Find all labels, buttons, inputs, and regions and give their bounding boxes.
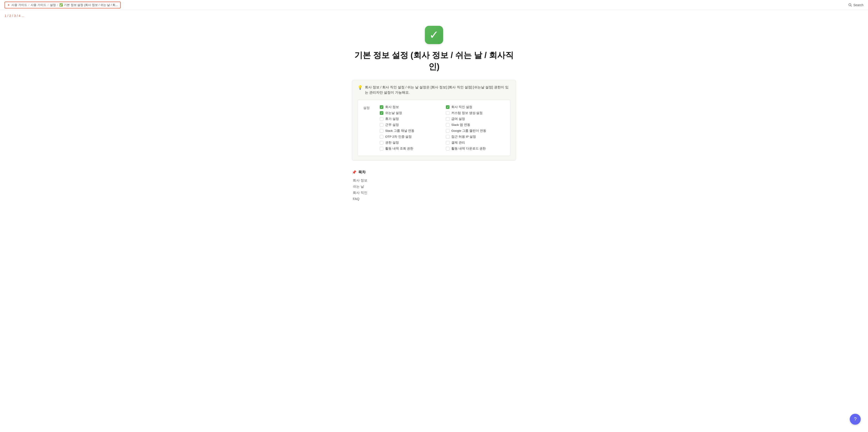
toc-link-0[interactable]: 회사 정보 <box>353 178 367 182</box>
checkbox-left-7: 활동 내역 조회 권한 <box>380 147 440 151</box>
checkbox-label-left-2: 휴가 설정 <box>385 117 399 121</box>
checkbox-left-0: 회사 정보 <box>380 105 440 109</box>
checkbox-box-right-3[interactable] <box>446 123 450 127</box>
checkbox-right-3: Slack 앱 연동 <box>446 123 506 127</box>
info-box-header: 💡 회사 정보 / 회사 직인 설정 / 쉬는 날 설정은 [회사 정보] [회… <box>358 85 510 95</box>
checkbox-label-right-6: 결제 관리 <box>451 141 465 145</box>
toc-section: 📌 목차 회사 정보쉬는 날회사 직인FAQ <box>352 170 516 201</box>
checkbox-box-right-1[interactable] <box>446 111 450 115</box>
breadcrumb-item-2[interactable]: 사용 가이드 <box>31 3 46 7</box>
settings-label: 설정 <box>362 104 380 112</box>
nav-icon: ✦ <box>7 3 10 7</box>
checkbox-label-right-7: 활동 내역 다운로드 권한 <box>451 147 486 151</box>
toc-link-2[interactable]: 회사 직인 <box>353 191 367 195</box>
top-navigation: ✦ 사용 가이드 / 사용 가이드 / 설정 / ✅ 기본 정보 설정 (회사 … <box>0 0 868 10</box>
checkbox-label-left-4: Slack 그룹 채널 연동 <box>385 129 414 133</box>
page-3[interactable]: 3 <box>14 14 16 18</box>
search-area[interactable]: Search <box>848 3 863 7</box>
current-check-icon: ✅ <box>59 3 63 7</box>
pagination: 1 / 2 / 3 / 4 ... <box>5 14 863 18</box>
checkbox-right-2: 급여 설정 <box>446 117 506 121</box>
breadcrumb-sep-3: / <box>57 3 58 7</box>
search-icon <box>848 3 852 7</box>
checkbox-label-left-1: 쉬는날 설정 <box>385 111 402 115</box>
breadcrumb-sep-1: / <box>29 3 29 7</box>
info-box: 💡 회사 정보 / 회사 직인 설정 / 쉬는 날 설정은 [회사 정보] [회… <box>352 80 516 161</box>
checkbox-box-left-5[interactable] <box>380 135 383 139</box>
page-2[interactable]: 2 <box>9 14 11 18</box>
info-box-icon: 💡 <box>358 85 363 90</box>
page-icon: ✓ <box>425 26 443 44</box>
check-mark-icon: ✓ <box>429 29 439 41</box>
toc-header-label: 목차 <box>358 170 366 175</box>
page-1[interactable]: 1 <box>5 14 6 18</box>
info-box-text: 회사 정보 / 회사 직인 설정 / 쉬는 날 설정은 [회사 정보] [회사 … <box>365 85 510 95</box>
toc-item-3[interactable]: FAQ <box>353 197 516 201</box>
checkbox-left-2: 휴가 설정 <box>380 117 440 121</box>
checkbox-box-left-3[interactable] <box>380 123 383 127</box>
toc-link-3[interactable]: FAQ <box>353 197 360 201</box>
search-label: Search <box>854 3 863 7</box>
page-sep-2: / <box>12 14 13 18</box>
checkbox-label-left-7: 활동 내역 조회 권한 <box>385 147 413 151</box>
checkbox-label-right-4: Google 그룹 캘린더 연동 <box>451 129 486 133</box>
checkbox-right-0: 회사 직인 설정 <box>446 105 506 109</box>
breadcrumb-item-1[interactable]: 사용 가이드 <box>11 3 27 7</box>
checkbox-left-3: 근무 설정 <box>380 123 440 127</box>
breadcrumb-sep-2: / <box>48 3 49 7</box>
settings-table-row: 설정 회사 정보회사 직인 설정쉬는날 설정커스텀 정보 생성·설정휴가 설정급… <box>362 104 506 152</box>
page-sep-1: / <box>7 14 8 18</box>
checkbox-label-left-0: 회사 정보 <box>385 105 399 109</box>
checkbox-box-right-4[interactable] <box>446 129 450 133</box>
pagination-bar: 1 / 2 / 3 / 4 ... <box>0 10 868 21</box>
toc-link-1[interactable]: 쉬는 날 <box>353 185 364 189</box>
checkbox-right-6: 결제 관리 <box>446 141 506 145</box>
breadcrumb-item-3[interactable]: 설정 <box>50 3 56 7</box>
checkbox-label-right-2: 급여 설정 <box>451 117 465 121</box>
checkbox-label-right-1: 커스텀 정보 생성·설정 <box>451 111 483 115</box>
settings-checkboxes: 회사 정보회사 직인 설정쉬는날 설정커스텀 정보 생성·설정휴가 설정급여 설… <box>380 104 506 152</box>
page-4[interactable]: 4 <box>19 14 21 18</box>
toc-item-2[interactable]: 회사 직인 <box>353 191 516 195</box>
checkbox-box-right-2[interactable] <box>446 117 450 121</box>
toc-pin-icon: 📌 <box>352 170 356 174</box>
checkbox-right-5: 접근 허용 IP 설정 <box>446 135 506 139</box>
checkbox-box-left-1[interactable] <box>380 111 383 115</box>
breadcrumb: 사용 가이드 / 사용 가이드 / 설정 / ✅ 기본 정보 설정 (회사 정보… <box>11 3 118 7</box>
page-ellipsis: ... <box>22 14 24 18</box>
checkbox-left-4: Slack 그룹 채널 연동 <box>380 129 440 133</box>
checkbox-label-right-0: 회사 직인 설정 <box>451 105 472 109</box>
checkbox-right-1: 커스텀 정보 생성·설정 <box>446 111 506 115</box>
checkbox-right-4: Google 그룹 캘린더 연동 <box>446 129 506 133</box>
toc-item-1[interactable]: 쉬는 날 <box>353 184 516 189</box>
checkbox-box-right-6[interactable] <box>446 141 450 145</box>
toc-item-0[interactable]: 회사 정보 <box>353 178 516 183</box>
checkbox-box-right-0[interactable] <box>446 105 450 109</box>
checkbox-label-right-5: 접근 허용 IP 설정 <box>451 135 476 139</box>
breadcrumb-current: ✅ 기본 정보 설정 (회사 정보 / 쉬는 날 / 회... <box>59 3 118 7</box>
checkbox-label-left-5: OTP 2차 인증 설정 <box>385 135 412 139</box>
checkbox-left-5: OTP 2차 인증 설정 <box>380 135 440 139</box>
checkbox-box-left-2[interactable] <box>380 117 383 121</box>
checkbox-left-1: 쉬는날 설정 <box>380 111 440 115</box>
main-content: ✓ 기본 정보 설정 (회사 정보 / 쉬는 날 / 회사직인) 💡 회사 정보… <box>343 21 525 221</box>
svg-line-1 <box>851 5 851 6</box>
page-title: 기본 정보 설정 (회사 정보 / 쉬는 날 / 회사직인) <box>352 50 516 73</box>
checkbox-box-left-7[interactable] <box>380 147 383 150</box>
checkbox-box-left-0[interactable] <box>380 105 383 109</box>
checkbox-right-7: 활동 내역 다운로드 권한 <box>446 147 506 151</box>
checkbox-label-left-3: 근무 설정 <box>385 123 399 127</box>
checkbox-label-right-3: Slack 앱 연동 <box>451 123 470 127</box>
settings-table: 설정 회사 정보회사 직인 설정쉬는날 설정커스텀 정보 생성·설정휴가 설정급… <box>358 100 510 156</box>
page-icon-wrapper: ✓ <box>352 26 516 44</box>
toc-list: 회사 정보쉬는 날회사 직인FAQ <box>352 178 516 201</box>
page-sep-3: / <box>17 14 18 18</box>
toc-header: 📌 목차 <box>352 170 516 175</box>
checkbox-box-left-4[interactable] <box>380 129 383 133</box>
breadcrumb-current-label: 기본 정보 설정 (회사 정보 / 쉬는 날 / 회... <box>64 3 118 7</box>
checkbox-box-left-6[interactable] <box>380 141 383 145</box>
checkbox-left-6: 권한 설정 <box>380 141 440 145</box>
breadcrumb-area: ✦ 사용 가이드 / 사용 가이드 / 설정 / ✅ 기본 정보 설정 (회사 … <box>5 2 121 8</box>
checkbox-box-right-5[interactable] <box>446 135 450 139</box>
checkbox-box-right-7[interactable] <box>446 147 450 150</box>
